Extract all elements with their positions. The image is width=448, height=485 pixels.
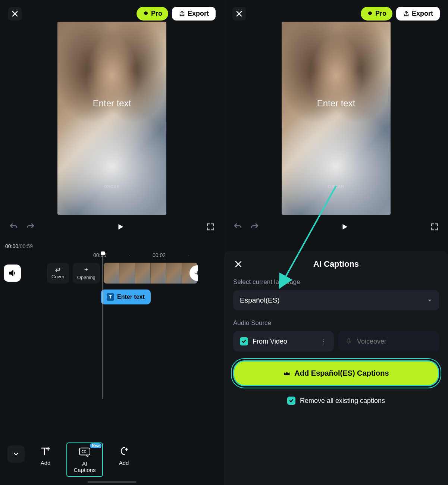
video-preview[interactable]: Enter text OSCAR — [282, 22, 391, 215]
text-plus-icon — [40, 446, 51, 457]
redo-button[interactable] — [25, 222, 36, 232]
close-icon — [236, 11, 242, 17]
video-track[interactable]: + — [104, 263, 198, 284]
clip-thumbnail[interactable] — [119, 263, 135, 284]
svg-rect-4 — [348, 339, 350, 342]
right-screenshot-panel: Pro Export Enter text OSCAR — [224, 0, 448, 485]
new-badge: New — [90, 443, 101, 448]
ai-captions-tool[interactable]: New CCAI AI Captions — [66, 442, 103, 477]
pro-label: Pro — [151, 10, 162, 18]
crown-icon — [142, 10, 149, 17]
text-overlay-placeholder[interactable]: Enter text — [93, 98, 131, 109]
mic-icon — [345, 338, 353, 345]
sound-toggle-button[interactable] — [4, 265, 21, 282]
check-icon — [241, 339, 247, 344]
clip-thumbnail[interactable] — [151, 263, 166, 284]
ai-captions-panel: AI Captions Select current language Espa… — [224, 251, 448, 485]
export-label: Export — [188, 10, 209, 18]
svg-text:AI: AI — [86, 454, 89, 457]
play-icon — [116, 223, 125, 231]
plus-icon: + — [84, 266, 88, 273]
cover-clip-button[interactable]: Cover — [47, 263, 69, 284]
from-video-label: From Video — [253, 338, 287, 345]
add-label: Add — [41, 460, 51, 466]
fullscreen-button[interactable] — [205, 222, 216, 232]
checkbox-checked[interactable] — [240, 337, 248, 345]
bottom-toolbar: Add New CCAI AI Captions Add — [0, 442, 224, 477]
play-button[interactable] — [115, 221, 126, 233]
fullscreen-icon — [206, 222, 215, 231]
fullscreen-button[interactable] — [429, 222, 440, 232]
left-screenshot-panel: Pro Export Enter text OSCAR 00:00/00:59 — [0, 0, 224, 485]
text-overlay-placeholder[interactable]: Enter text — [317, 98, 355, 109]
text-clip[interactable]: T Enter text — [101, 290, 151, 304]
from-video-option[interactable]: From Video ⋮ — [233, 331, 334, 351]
select-language-label: Select current language — [233, 278, 439, 286]
undo-button[interactable] — [8, 222, 19, 232]
cover-label: Cover — [51, 274, 65, 279]
add-captions-button[interactable]: Add Español(ES) Captions — [233, 360, 439, 386]
add-text-tool[interactable]: Add — [35, 442, 56, 469]
moon-plus-icon — [118, 446, 129, 457]
timeline[interactable]: 00:00/00:59 00:00·00:02· Cover + Opening — [0, 239, 224, 309]
panel-title: AI Captions — [233, 259, 439, 269]
text-clip-icon: T — [107, 293, 114, 301]
svg-text:CC: CC — [82, 450, 86, 453]
text-clip-label: Enter text — [117, 294, 145, 300]
redo-icon — [26, 222, 35, 231]
time-display: 00:00/00:59 — [4, 243, 220, 252]
crown-icon — [283, 370, 291, 377]
crown-icon — [367, 10, 373, 17]
export-icon — [403, 10, 410, 17]
more-options-icon[interactable]: ⋮ — [320, 337, 327, 345]
audio-source-label: Audio Source — [233, 319, 439, 327]
redo-button[interactable] — [250, 222, 260, 232]
redo-icon — [250, 222, 259, 231]
export-label: Export — [412, 10, 433, 18]
opening-clip-button[interactable]: + Opening — [73, 263, 100, 284]
export-button[interactable]: Export — [396, 7, 440, 21]
add-label: Add — [119, 460, 129, 466]
clip-thumbnail[interactable] — [135, 263, 151, 284]
export-button[interactable]: Export — [172, 7, 216, 21]
undo-button[interactable] — [232, 222, 243, 232]
pro-badge[interactable]: Pro — [137, 7, 168, 21]
check-icon — [289, 398, 294, 403]
swap-icon — [54, 267, 61, 272]
clip-thumbnail[interactable] — [104, 263, 119, 284]
add-captions-label: Add Español(ES) Captions — [294, 369, 389, 378]
undo-icon — [233, 222, 242, 231]
chevron-down-icon — [427, 298, 432, 303]
close-button[interactable] — [8, 7, 22, 21]
language-dropdown[interactable]: Español(ES) — [233, 290, 439, 310]
remove-captions-label: Remove all existing captions — [300, 397, 385, 405]
time-ruler: 00:00·00:02· — [4, 252, 220, 263]
close-button[interactable] — [232, 7, 246, 21]
voiceover-label: Voiceover — [357, 338, 386, 345]
pro-badge[interactable]: Pro — [361, 7, 392, 21]
fullscreen-icon — [430, 222, 439, 231]
add-effect-tool[interactable]: Add — [113, 442, 134, 469]
selected-language: Español(ES) — [240, 296, 280, 304]
speaker-icon — [8, 269, 16, 277]
close-icon — [12, 11, 18, 17]
voiceover-option[interactable]: Voiceover — [338, 331, 439, 351]
cc-ai-icon: CCAI — [79, 447, 91, 457]
remove-captions-checkbox[interactable] — [287, 397, 295, 405]
home-indicator — [88, 481, 136, 483]
chevron-down-icon — [13, 451, 19, 457]
watermark-text: OSCAR — [328, 184, 344, 189]
undo-icon — [9, 222, 18, 231]
playhead[interactable] — [103, 254, 103, 399]
video-preview[interactable]: Enter text OSCAR — [57, 22, 166, 215]
pro-label: Pro — [375, 10, 386, 18]
watermark-text: OSCAR — [104, 184, 120, 189]
ai-captions-label: AI Captions — [72, 460, 98, 473]
opening-label: Opening — [77, 275, 95, 280]
play-icon — [341, 223, 349, 231]
collapse-toolbar-button[interactable] — [7, 445, 25, 463]
export-icon — [179, 10, 185, 17]
clip-thumbnail[interactable] — [166, 263, 182, 284]
play-button[interactable] — [339, 221, 351, 233]
